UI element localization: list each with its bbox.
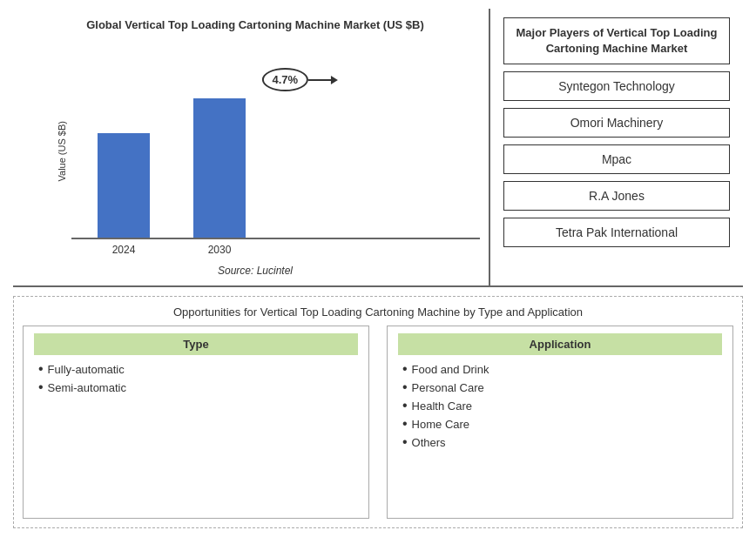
chart-area: Global Vertical Top Loading Cartoning Ma… xyxy=(13,9,490,285)
app-item-health: • Health Care xyxy=(402,399,722,413)
type-header: Type xyxy=(34,333,358,355)
app-item-others: • Others xyxy=(402,435,722,449)
opportunities-title: Opportunities for Vertical Top Loading C… xyxy=(23,305,733,319)
y-axis-label: Value (US $B) xyxy=(57,121,67,182)
chart-inner: 4.7% 2024 2030 xyxy=(71,42,480,260)
x-axis-labels: 2024 2030 xyxy=(71,239,480,260)
type-column: Type • Fully-automatic • Semi-automatic xyxy=(23,326,369,519)
bullet-icon-personal: • xyxy=(402,380,408,394)
application-header: Application xyxy=(398,333,722,355)
bullet-icon: • xyxy=(38,362,44,376)
bottom-section: Opportunities for Vertical Top Loading C… xyxy=(13,296,743,528)
bullet-icon-2: • xyxy=(38,380,44,394)
bar-2024 xyxy=(98,133,150,238)
type-item-semi: • Semi-automatic xyxy=(38,380,358,394)
application-column: Application • Food and Drink • Personal … xyxy=(387,326,733,519)
app-others-text: Others xyxy=(412,436,446,449)
source-label: Source: Lucintel xyxy=(218,265,293,277)
app-food-text: Food and Drink xyxy=(412,363,489,376)
player-syntegon: Syntegon Technology xyxy=(503,71,730,101)
bars-container: 4.7% xyxy=(71,42,480,238)
chart-wrapper: Value (US $B) 4.7% xyxy=(30,42,480,260)
annotation-oval: 4.7% xyxy=(261,68,308,91)
app-personal-text: Personal Care xyxy=(412,381,484,394)
app-item-home: • Home Care xyxy=(402,417,722,431)
app-item-food: • Food and Drink xyxy=(402,362,722,376)
type-items: • Fully-automatic • Semi-automatic xyxy=(34,362,358,394)
main-container: Global Vertical Top Loading Cartoning Ma… xyxy=(0,0,756,537)
bar-2030 xyxy=(193,98,246,238)
bar-group-2030 xyxy=(193,98,246,238)
top-section: Global Vertical Top Loading Cartoning Ma… xyxy=(13,9,743,287)
chart-title: Global Vertical Top Loading Cartoning Ma… xyxy=(86,17,424,33)
bar-label-2024: 2024 xyxy=(98,244,150,256)
players-title: Major Players of Vertical Top Loading Ca… xyxy=(503,17,730,64)
bullet-icon-health: • xyxy=(402,399,408,413)
player-jones: R.A Jones xyxy=(503,181,730,211)
bar-label-2030: 2030 xyxy=(193,244,246,256)
arrow-annotation: 4.7% xyxy=(261,68,308,91)
app-home-text: Home Care xyxy=(412,418,469,431)
bullet-icon-home: • xyxy=(402,417,408,431)
bullet-icon-others: • xyxy=(402,435,408,449)
type-item-fully: • Fully-automatic xyxy=(38,362,358,376)
bottom-columns: Type • Fully-automatic • Semi-automatic … xyxy=(23,326,733,519)
application-items: • Food and Drink • Personal Care • Healt… xyxy=(398,362,722,449)
app-item-personal: • Personal Care xyxy=(402,380,722,394)
player-mpac: Mpac xyxy=(503,144,730,174)
player-omori: Omori Machinery xyxy=(503,108,730,138)
type-item-fully-text: Fully-automatic xyxy=(48,363,125,376)
player-tetra: Tetra Pak International xyxy=(503,218,730,247)
bar-group-2024 xyxy=(98,133,150,238)
annotation-text: 4.7% xyxy=(272,73,298,86)
arrowhead-icon xyxy=(331,76,338,84)
bullet-icon-food: • xyxy=(402,362,408,376)
players-area: Major Players of Vertical Top Loading Ca… xyxy=(490,9,743,285)
type-item-semi-text: Semi-automatic xyxy=(48,381,126,394)
app-health-text: Health Care xyxy=(412,399,472,413)
